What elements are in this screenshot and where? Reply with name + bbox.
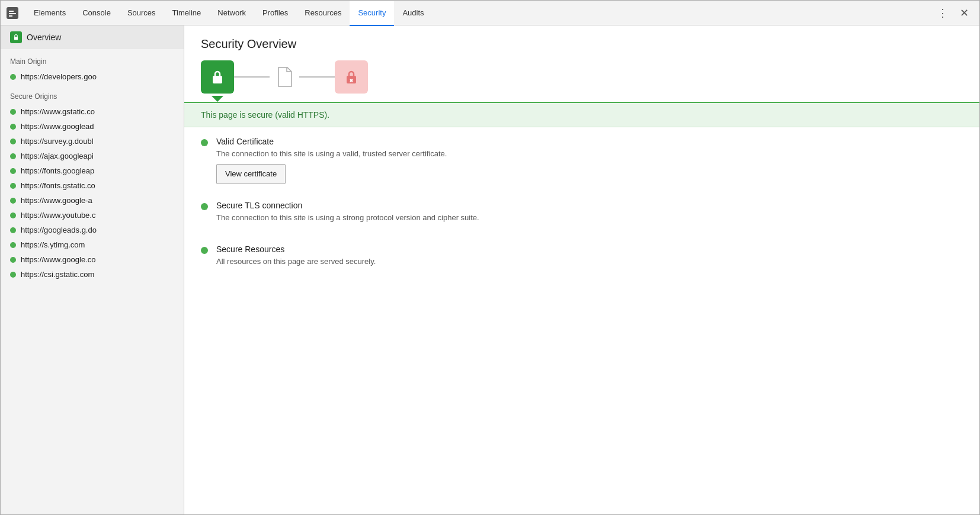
sidebar-overview-label: Overview bbox=[27, 33, 61, 42]
list-item[interactable]: https://csi.gstatic.com bbox=[1, 267, 184, 282]
security-item-title: Secure TLS connection bbox=[216, 201, 963, 210]
svg-rect-6 bbox=[347, 76, 356, 83]
tab-security[interactable]: Security bbox=[350, 1, 394, 26]
list-item[interactable]: https://fonts.googleap bbox=[1, 163, 184, 178]
more-options-button[interactable]: ⋮ bbox=[934, 5, 951, 21]
svg-rect-5 bbox=[213, 76, 222, 83]
security-diagram bbox=[184, 60, 979, 94]
origin-status-dot bbox=[10, 242, 16, 248]
sidebar: Overview Main Origin https://developers.… bbox=[1, 25, 184, 514]
security-items: Valid Certificate The connection to this… bbox=[184, 127, 979, 298]
origin-status-dot bbox=[10, 153, 16, 159]
status-banner: This page is secure (valid HTTPS). bbox=[184, 102, 979, 127]
svg-rect-4 bbox=[14, 37, 18, 40]
origin-status-dot bbox=[10, 213, 16, 218]
list-item[interactable]: https://www.gstatic.co bbox=[1, 104, 184, 119]
security-item-content: Valid Certificate The connection to this… bbox=[216, 137, 963, 184]
origin-status-dot bbox=[10, 139, 16, 144]
security-item-title: Secure Resources bbox=[216, 244, 963, 254]
status-message: This page is secure (valid HTTPS). bbox=[201, 110, 329, 120]
tab-sources[interactable]: Sources bbox=[119, 1, 164, 26]
origin-url: https://www.googlead bbox=[21, 122, 94, 131]
origin-url: https://www.google-a bbox=[21, 196, 92, 205]
origin-url: https://csi.gstatic.com bbox=[21, 270, 94, 279]
list-item[interactable]: https://www.google.co bbox=[1, 252, 184, 267]
security-item-tls: Secure TLS connection The connection to … bbox=[201, 201, 963, 228]
origin-status-dot bbox=[10, 257, 16, 263]
main-origin-url: https://developers.goo bbox=[21, 72, 97, 81]
svg-rect-2 bbox=[9, 13, 16, 14]
origin-url: https://ajax.googleapi bbox=[21, 152, 94, 160]
security-item-title: Valid Certificate bbox=[216, 137, 963, 146]
secure-origins-title: Secure Origins bbox=[1, 84, 184, 104]
origin-url: https://fonts.gstatic.co bbox=[21, 181, 95, 190]
origin-status-dot bbox=[10, 109, 16, 115]
security-item-dot bbox=[201, 247, 208, 254]
main-content: Overview Main Origin https://developers.… bbox=[1, 25, 979, 514]
view-certificate-button[interactable]: View certificate bbox=[216, 164, 286, 184]
origin-url: https://www.google.co bbox=[21, 255, 95, 264]
origin-url: https://fonts.googleap bbox=[21, 166, 94, 175]
origin-status-dot bbox=[10, 74, 16, 80]
tab-resources[interactable]: Resources bbox=[296, 1, 350, 26]
origin-url: https://googleads.g.do bbox=[21, 226, 97, 234]
svg-rect-3 bbox=[9, 15, 12, 17]
devtools-logo bbox=[3, 4, 22, 22]
origin-status-dot bbox=[10, 272, 16, 278]
list-item[interactable]: https://www.youtube.c bbox=[1, 208, 184, 223]
connector-line-2 bbox=[299, 76, 335, 78]
security-item-resources: Secure Resources All resources on this p… bbox=[201, 244, 963, 272]
document-icon bbox=[270, 60, 299, 94]
devtools-frame: Elements Console Sources Timeline Networ… bbox=[0, 0, 980, 515]
security-item-dot bbox=[201, 203, 208, 210]
list-item[interactable]: https://www.googlead bbox=[1, 119, 184, 134]
security-item-description: The connection to this site is using a v… bbox=[216, 149, 963, 158]
list-item[interactable]: https://ajax.googleapi bbox=[1, 149, 184, 163]
origin-url: https://s.ytimg.com bbox=[21, 240, 85, 249]
diagram-pointer-row bbox=[184, 96, 979, 102]
sidebar-overview-item[interactable]: Overview bbox=[1, 25, 184, 49]
insecure-lock-icon bbox=[335, 60, 368, 94]
tab-audits[interactable]: Audits bbox=[394, 1, 432, 26]
origin-status-dot bbox=[10, 168, 16, 174]
connector-line-1 bbox=[234, 76, 270, 78]
origin-url: https://www.youtube.c bbox=[21, 211, 95, 220]
origin-status-dot bbox=[10, 198, 16, 204]
origin-url: https://survey.g.doubl bbox=[21, 137, 94, 146]
list-item[interactable]: https://googleads.g.do bbox=[1, 223, 184, 237]
list-item[interactable]: https://fonts.gstatic.co bbox=[1, 178, 184, 193]
tab-profiles[interactable]: Profiles bbox=[254, 1, 296, 26]
list-item[interactable]: https://www.google-a bbox=[1, 193, 184, 208]
security-item-dot bbox=[201, 139, 208, 146]
list-item[interactable]: https://survey.g.doubl bbox=[1, 134, 184, 149]
diagram-pointer bbox=[212, 96, 223, 102]
origin-status-dot bbox=[10, 124, 16, 130]
overview-lock-icon bbox=[10, 31, 22, 43]
security-item-certificate: Valid Certificate The connection to this… bbox=[201, 137, 963, 184]
main-origin-item[interactable]: https://developers.goo bbox=[1, 69, 184, 84]
tab-bar: Elements Console Sources Timeline Networ… bbox=[1, 1, 979, 25]
secure-lock-icon bbox=[201, 60, 234, 94]
close-button[interactable]: ✕ bbox=[956, 5, 972, 21]
right-panel: Security Overview bbox=[184, 25, 979, 514]
tab-timeline[interactable]: Timeline bbox=[164, 1, 210, 26]
list-item[interactable]: https://s.ytimg.com bbox=[1, 237, 184, 252]
tab-elements[interactable]: Elements bbox=[25, 1, 74, 26]
svg-rect-1 bbox=[9, 11, 14, 12]
origin-url: https://www.gstatic.co bbox=[21, 107, 95, 116]
security-item-description: The connection to this site is using a s… bbox=[216, 213, 963, 222]
security-item-description: All resources on this page are served se… bbox=[216, 257, 963, 266]
origin-status-dot bbox=[10, 227, 16, 233]
security-item-content: Secure Resources All resources on this p… bbox=[216, 244, 963, 272]
tab-bar-actions: ⋮ ✕ bbox=[934, 5, 977, 21]
tab-network[interactable]: Network bbox=[209, 1, 254, 26]
main-origin-title: Main Origin bbox=[1, 49, 184, 69]
page-title: Security Overview bbox=[184, 25, 979, 60]
origin-status-dot bbox=[10, 183, 16, 189]
security-item-content: Secure TLS connection The connection to … bbox=[216, 201, 963, 228]
tab-console[interactable]: Console bbox=[74, 1, 119, 26]
